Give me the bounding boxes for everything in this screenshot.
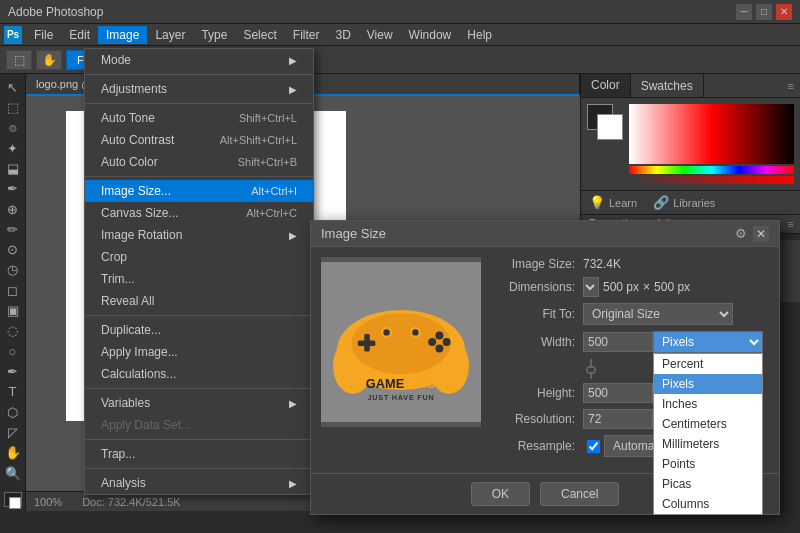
unit-option-percent[interactable]: Percent	[654, 354, 762, 374]
toolbar-icon-1[interactable]: ⬚	[6, 50, 32, 70]
tool-healing[interactable]: ⊕	[2, 200, 24, 218]
sep-1	[85, 74, 313, 75]
image-dropdown-menu: Mode ▶ Adjustments ▶ Auto Tone Shift+Ctr…	[84, 48, 314, 495]
close-button[interactable]: ✕	[776, 4, 792, 20]
unit-option-millimeters[interactable]: Millimeters	[654, 434, 762, 454]
unit-option-pixels[interactable]: Pixels	[654, 374, 762, 394]
learn-label[interactable]: Learn	[609, 197, 637, 209]
tool-blur[interactable]: ◌	[2, 322, 24, 340]
auto-tone-label: Auto Tone	[101, 111, 155, 125]
menu-type[interactable]: Type	[193, 26, 235, 44]
tool-type[interactable]: T	[2, 383, 24, 401]
dimensions-unit-select[interactable]: px	[583, 277, 599, 297]
tool-brush[interactable]: ✏	[2, 220, 24, 238]
menu-auto-contrast[interactable]: Auto Contrast Alt+Shift+Ctrl+L	[85, 129, 313, 151]
menu-reveal-all[interactable]: Reveal All	[85, 290, 313, 312]
minimize-button[interactable]: ─	[736, 4, 752, 20]
unit-option-columns[interactable]: Columns	[654, 494, 762, 514]
menu-duplicate[interactable]: Duplicate...	[85, 319, 313, 341]
menu-auto-color[interactable]: Auto Color Shift+Ctrl+B	[85, 151, 313, 173]
tab-swatches[interactable]: Swatches	[631, 74, 704, 97]
libraries-label[interactable]: Libraries	[673, 197, 715, 209]
menu-apply-image[interactable]: Apply Image...	[85, 341, 313, 363]
dialog-title: Image Size	[321, 226, 386, 241]
menu-trap[interactable]: Trap...	[85, 443, 313, 465]
svg-rect-36	[364, 334, 370, 352]
unit-option-picas[interactable]: Picas	[654, 474, 762, 494]
menu-trim[interactable]: Trim...	[85, 268, 313, 290]
unit-select[interactable]: Pixels	[653, 331, 763, 353]
menu-view[interactable]: View	[359, 26, 401, 44]
tool-dodge[interactable]: ○	[2, 342, 24, 360]
menu-edit[interactable]: Edit	[61, 26, 98, 44]
tool-hand[interactable]: ✋	[2, 444, 24, 462]
menu-image-rotation[interactable]: Image Rotation ▶	[85, 224, 313, 246]
fit-to-select[interactable]: Original Size	[583, 303, 733, 325]
image-rotation-arrow: ▶	[289, 230, 297, 241]
unit-option-points[interactable]: Points	[654, 454, 762, 474]
hue-spectrum[interactable]	[629, 104, 794, 164]
tool-gradient[interactable]: ▣	[2, 301, 24, 319]
menu-window[interactable]: Window	[401, 26, 460, 44]
tool-eraser[interactable]: ◻	[2, 281, 24, 299]
menu-calculations[interactable]: Calculations...	[85, 363, 313, 385]
menu-adjustments[interactable]: Adjustments ▶	[85, 78, 313, 100]
panel-menu[interactable]: ≡	[782, 74, 800, 97]
svg-point-34	[412, 329, 418, 335]
maximize-button[interactable]: □	[756, 4, 772, 20]
tool-select-rect[interactable]: ⬚	[2, 98, 24, 116]
resolution-field[interactable]	[583, 409, 653, 429]
color-gradient-svg	[629, 104, 794, 164]
cancel-button[interactable]: Cancel	[540, 482, 619, 506]
tool-magic-wand[interactable]: ✦	[2, 139, 24, 157]
unit-option-centimeters[interactable]: Centimeters	[654, 414, 762, 434]
menu-auto-tone[interactable]: Auto Tone Shift+Ctrl+L	[85, 107, 313, 129]
settings-icon[interactable]: ⚙	[735, 226, 747, 241]
menu-file[interactable]: File	[26, 26, 61, 44]
menu-3d[interactable]: 3D	[327, 26, 358, 44]
adjustments-label: Adjustments	[101, 82, 167, 96]
tool-crop[interactable]: ⬓	[2, 159, 24, 177]
tool-shape[interactable]: ◸	[2, 423, 24, 441]
menu-analysis[interactable]: Analysis ▶	[85, 472, 313, 494]
properties-menu[interactable]: ≡	[782, 215, 800, 233]
tool-history[interactable]: ◷	[2, 261, 24, 279]
menu-variables[interactable]: Variables ▶	[85, 392, 313, 414]
menu-image[interactable]: Image	[98, 26, 147, 44]
menu-help[interactable]: Help	[459, 26, 500, 44]
width-field[interactable]	[583, 332, 653, 352]
menu-image-size[interactable]: Image Size... Alt+Ctrl+I	[85, 180, 313, 202]
menu-mode[interactable]: Mode ▶	[85, 49, 313, 71]
tool-lasso[interactable]: ⌾	[2, 119, 24, 137]
dialog-close-button[interactable]: ✕	[753, 226, 769, 242]
tool-pen[interactable]: ✒	[2, 362, 24, 380]
resolution-label: Resolution:	[493, 412, 583, 426]
tool-clone[interactable]: ⊙	[2, 241, 24, 259]
unit-option-inches[interactable]: Inches	[654, 394, 762, 414]
link-icon	[583, 359, 599, 379]
menu-apply-data-set: Apply Data Set...	[85, 414, 313, 436]
alpha-slider[interactable]	[629, 176, 794, 184]
tool-path[interactable]: ⬡	[2, 403, 24, 421]
foreground-color[interactable]	[4, 492, 22, 507]
tool-move[interactable]: ↖	[2, 78, 24, 96]
menu-canvas-size[interactable]: Canvas Size... Alt+Ctrl+C	[85, 202, 313, 224]
resample-checkbox[interactable]	[587, 440, 600, 453]
menu-select[interactable]: Select	[235, 26, 284, 44]
ok-button[interactable]: OK	[471, 482, 530, 506]
image-rotation-label: Image Rotation	[101, 228, 182, 242]
menu-filter[interactable]: Filter	[285, 26, 328, 44]
hue-slider[interactable]	[629, 166, 794, 174]
width-row: Width: Pixels Percent Pixels Inches Cent…	[493, 331, 769, 353]
menu-crop[interactable]: Crop	[85, 246, 313, 268]
tool-zoom[interactable]: 🔍	[2, 464, 24, 482]
background-swatch[interactable]	[597, 114, 623, 140]
fit-to-row: Fit To: Original Size	[493, 303, 769, 325]
analysis-label: Analysis	[101, 476, 146, 490]
height-field[interactable]	[583, 383, 653, 403]
menu-layer[interactable]: Layer	[147, 26, 193, 44]
toolbar-icon-2[interactable]: ✋	[36, 50, 62, 70]
tool-eyedropper[interactable]: ✒	[2, 180, 24, 198]
svg-text:JUST HAVE FUN: JUST HAVE FUN	[368, 393, 435, 402]
tab-color[interactable]: Color	[581, 74, 631, 97]
